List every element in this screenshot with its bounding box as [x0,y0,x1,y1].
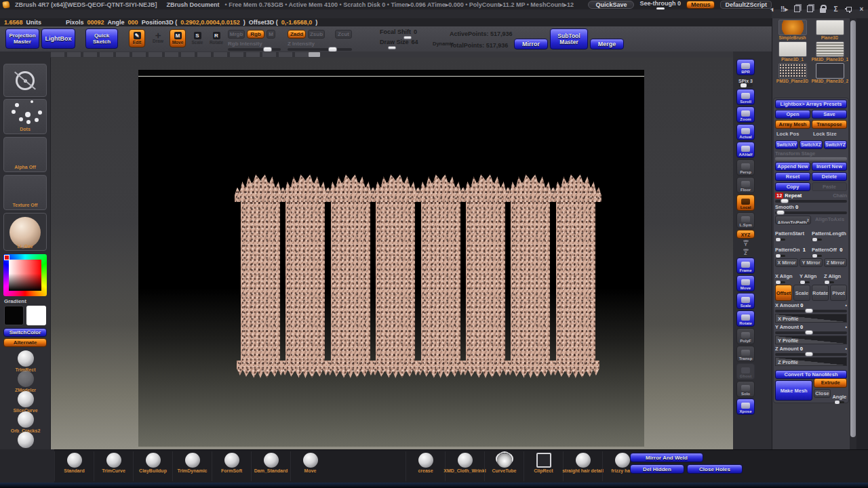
tool-thumbnail[interactable]: SimpleBrush [774,20,811,41]
tray-brush-item[interactable]: ClipRect [524,451,563,481]
z-amount-slider[interactable] [775,353,847,356]
tray-brush-item[interactable]: crease [406,451,445,481]
tool-thumbnail[interactable]: PM3D_Plane3D_1 [811,41,848,62]
delete-button[interactable]: Delete [812,172,847,181]
rotate-mode-button[interactable]: Rotate [812,285,829,301]
lightbox-button[interactable]: LightBox [41,28,75,49]
shelf-scrollbar[interactable] [51,52,733,58]
shelf-button[interactable]: XYZ [736,230,755,239]
tray-brush-item[interactable]: CurveTube [484,451,524,481]
color-picker[interactable] [3,254,47,296]
tool-thumbnail[interactable]: PM3D_Plane3D_2 [811,63,848,84]
quick-brush-item[interactable]: ZModeler [0,371,51,393]
shelf-button[interactable]: Local [736,195,755,211]
z-align-control[interactable]: Z Align [824,268,847,283]
draw-size-thumb[interactable] [388,46,396,49]
align-to-axis-toggle[interactable]: AlignToAxis [812,216,847,224]
paste-button[interactable]: Paste [812,182,847,191]
z-mirror-toggle[interactable]: Z Mirror [824,258,847,267]
palette-section-header[interactable] [772,437,850,441]
mrgb-button[interactable]: Mrgb [228,30,245,39]
shelf-button[interactable]: PolyF [736,328,755,344]
arrays-presets-button[interactable]: Lightbox> Arrays Presets [775,100,847,108]
quick-brush-item[interactable]: TrimRect [0,350,51,373]
shelf-button[interactable]: Actual [736,124,755,140]
alpha-selector[interactable]: Alpha Off [3,137,47,172]
redo-doc-icon[interactable]: ‼▸ [779,4,789,14]
default-zscript-button[interactable]: DefaultZScript [720,1,772,9]
tool-thumbnail[interactable]: Plane3D_1 [774,41,811,62]
shelf-button[interactable]: Transp [736,346,755,362]
shelf-button[interactable]: Frame [736,258,755,274]
y-align-control[interactable]: Y Align [800,268,823,283]
lock-icon[interactable] [818,4,828,14]
tray-brush-item[interactable]: Move [290,451,330,481]
zsub-button[interactable]: Zsub [308,30,325,39]
move-button[interactable]: M Move [170,29,186,47]
del-hidden-button[interactable]: Del Hidden [630,464,684,474]
palette-scrollbar-thumb[interactable] [850,20,856,437]
tray-brush-item[interactable]: Standard [54,451,94,481]
switch-color-button[interactable]: SwitchColor [3,328,47,337]
pattern-start-control[interactable]: PatternStart [775,226,810,241]
draw-size-control[interactable]: Draw Size64 [380,39,418,45]
menus-button[interactable]: Menus [686,1,715,9]
shelf-button[interactable]: Solo [736,381,755,397]
switch-xz-button[interactable]: SwitchXZ [800,140,823,149]
save-button[interactable]: Save [812,110,847,119]
shelf-button[interactable]: AAHalf [736,142,755,158]
subtool-master-button[interactable]: SubTool Master [550,28,588,49]
shelf-button[interactable]: BPR [736,59,755,75]
quick-sketch-button[interactable]: Quick Sketch [85,28,118,49]
offset-mode-button[interactable]: Offset [775,285,792,301]
array-mesh-toggle[interactable]: Array Mesh [775,120,810,129]
append-new-button[interactable]: Append New [775,162,810,171]
copy-button[interactable]: Copy [775,182,810,191]
viewport-canvas[interactable] [51,58,733,449]
rotate-button[interactable]: R Rotate [208,29,224,47]
extrude-toggle[interactable]: Extrude [814,378,847,388]
palette-section-header[interactable] [772,93,850,97]
zcut-button[interactable]: Zcut [335,30,352,39]
tray-brush-item[interactable]: ClayBuildup [133,451,172,481]
chain-button[interactable]: Chain [833,192,847,199]
y-mirror-toggle[interactable]: Y Mirror [800,258,823,267]
palette-scrollbar[interactable] [850,18,856,488]
tool-thumbnail[interactable]: Plane3D [811,20,848,41]
y-amount-slider[interactable] [775,331,847,334]
tray-brush-item[interactable]: TrimDynamic [172,451,212,481]
restore-icon[interactable] [844,4,854,14]
quicksave-button[interactable]: QuickSave [588,1,634,9]
switch-xy-button[interactable]: SwitchXY [775,140,798,149]
open-button[interactable]: Open [775,110,810,119]
close-icon[interactable]: × [856,4,867,14]
secondary-color-swatch[interactable] [26,306,46,325]
spix-slider[interactable] [739,84,753,87]
shelf-button[interactable]: Z [736,249,755,256]
shelf-button[interactable]: Floor [736,177,755,193]
tray-brush-item[interactable]: TrimCurve [94,451,133,481]
shelf-button[interactable]: SPix 3 [736,77,755,87]
angle-control[interactable]: Angle [832,389,847,403]
pattern-off-control[interactable]: PatternOff 0 [812,242,847,257]
close-toggle[interactable]: Close [814,389,830,398]
x-mirror-toggle[interactable]: X Mirror [775,258,798,267]
mirror-button[interactable]: Mirror [514,39,548,49]
pivot-mode-button[interactable]: Pivot [830,285,847,301]
lock-pos-toggle[interactable]: Lock Pos [775,130,810,139]
projection-master-button[interactable]: Projection Master [5,28,39,49]
zbrush-document[interactable] [138,70,644,447]
rgb-intensity-slider[interactable] [228,48,281,51]
draw-button[interactable]: ✛ Draw [150,29,166,47]
make-mesh-button[interactable]: Make Mesh [775,380,812,401]
shelf-button[interactable]: Zoom [736,106,755,123]
tray-brush-item[interactable]: straight hair detail [563,451,602,481]
pattern-length-control[interactable]: PatternLength [812,226,847,241]
see-through-slider[interactable]: See-through 0 [639,1,681,9]
tray-brush-item[interactable]: FormSoft [212,451,251,481]
color-picker-square[interactable] [9,260,41,291]
material-selector[interactable]: Li_Cav [3,213,47,251]
alternate-button[interactable]: Alternate [3,338,47,347]
zadd-button[interactable]: Zadd [288,30,306,39]
shelf-button[interactable]: Ghost [736,363,755,380]
